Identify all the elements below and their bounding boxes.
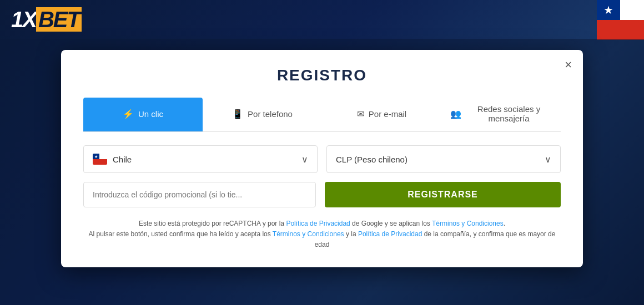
- tab-redes-sociales-label: Redes sociales y mensajería: [466, 104, 552, 123]
- privacy-policy-link-1[interactable]: Política de Privacidad: [286, 220, 350, 227]
- legal-line-1: Este sitio está protegido por reCAPTCHA …: [83, 218, 561, 229]
- legal-text: Este sitio está protegido por reCAPTCHA …: [83, 218, 561, 251]
- social-icon: 👥: [450, 109, 461, 119]
- legal-line1-post: .: [504, 220, 505, 227]
- tab-por-email-label: Por e-mail: [369, 109, 406, 119]
- tabs-container: ⚡ Un clic 📱 Por telefono ✉ Por e-mail 👥 …: [83, 98, 561, 132]
- tab-un-clic-label: Un clic: [138, 109, 163, 119]
- legal-line-2: Al pulsar este botón, usted confirma que…: [83, 229, 561, 250]
- modal-title: REGISTRO: [83, 67, 561, 84]
- country-chevron-icon: ∨: [301, 154, 308, 165]
- logo-1x: 1X: [11, 7, 36, 32]
- tab-un-clic[interactable]: ⚡ Un clic: [83, 98, 203, 131]
- tab-por-email[interactable]: ✉ Por e-mail: [322, 98, 441, 131]
- currency-chevron-icon: ∨: [545, 154, 551, 165]
- tab-redes-sociales[interactable]: 👥 Redes sociales y mensajería: [441, 98, 561, 131]
- terms-conditions-link-1[interactable]: Términos y Condiciones: [432, 220, 504, 227]
- country-value: Chile: [113, 155, 132, 164]
- phone-icon: 📱: [232, 109, 243, 119]
- chile-flag-icon: ★: [93, 154, 107, 165]
- currency-select[interactable]: CLP (Peso chileno) ∨: [326, 145, 561, 173]
- tab-por-telefono[interactable]: 📱 Por telefono: [203, 98, 322, 131]
- logo-bet: BET: [36, 7, 82, 32]
- currency-value: CLP (Peso chileno): [336, 155, 407, 164]
- legal-line1-mid: de Google y se aplican los: [350, 220, 432, 227]
- country-currency-row: ★ Chile ∨ CLP (Peso chileno) ∨: [83, 145, 561, 173]
- email-icon: ✉: [357, 109, 364, 119]
- legal-line2-mid: y la: [344, 230, 358, 238]
- registration-modal: × REGISTRO ⚡ Un clic 📱 Por telefono ✉ Po…: [61, 50, 583, 267]
- close-button[interactable]: ×: [565, 59, 572, 71]
- promo-register-row: REGISTRARSE: [83, 182, 561, 207]
- flag-corner: ★: [597, 0, 644, 40]
- svg-text:★: ★: [603, 4, 613, 16]
- logo: 1XBET: [11, 7, 82, 32]
- chile-flag-header: ★: [597, 0, 644, 40]
- tab-por-telefono-label: Por telefono: [248, 109, 293, 119]
- svg-rect-1: [597, 20, 644, 40]
- promo-code-input[interactable]: [83, 182, 316, 207]
- country-select[interactable]: ★ Chile ∨: [83, 145, 318, 173]
- header: 1XBET ★: [0, 0, 644, 39]
- country-select-left: ★ Chile: [93, 154, 132, 165]
- page-overlay: × REGISTRO ⚡ Un clic 📱 Por telefono ✉ Po…: [0, 39, 644, 305]
- currency-select-left: CLP (Peso chileno): [336, 155, 407, 164]
- legal-line1-pre: Este sitio está protegido por reCAPTCHA …: [139, 220, 286, 227]
- svg-text:★: ★: [94, 155, 98, 159]
- logo-text: 1XBET: [11, 7, 82, 32]
- terms-conditions-link-2[interactable]: Términos y Condiciones: [273, 230, 344, 238]
- legal-line2-pre: Al pulsar este botón, usted confirma que…: [89, 230, 273, 238]
- privacy-policy-link-2[interactable]: Política de Privacidad: [358, 230, 422, 238]
- lightning-icon: ⚡: [123, 109, 134, 119]
- svg-rect-5: [93, 159, 107, 165]
- register-button[interactable]: REGISTRARSE: [325, 182, 561, 207]
